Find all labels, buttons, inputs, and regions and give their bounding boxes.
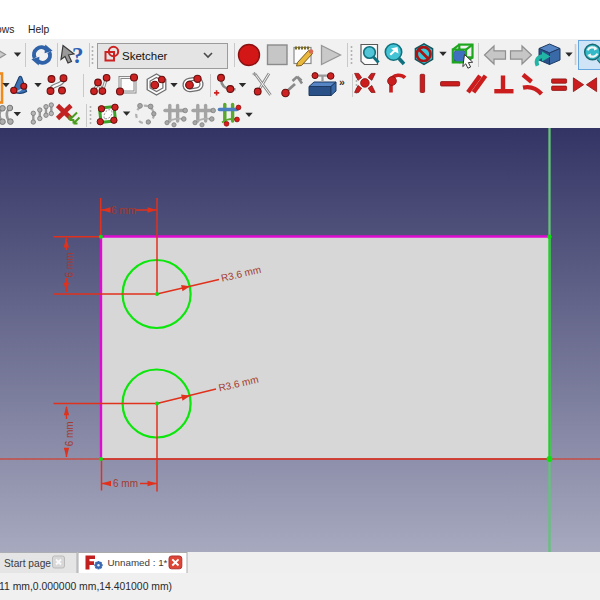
svg-text:Start page: Start page (4, 558, 51, 569)
svg-text:Unnamed : 1*: Unnamed : 1* (108, 557, 168, 568)
svg-text:»: » (339, 76, 345, 88)
svg-text:?: ? (72, 43, 84, 68)
svg-text:Sketcher: Sketcher (122, 50, 168, 62)
svg-text:6 mm: 6 mm (113, 478, 138, 489)
svg-text:6 mm: 6 mm (111, 205, 136, 216)
svg-text:6 mm: 6 mm (64, 253, 75, 278)
svg-text:6 mm: 6 mm (64, 421, 75, 446)
